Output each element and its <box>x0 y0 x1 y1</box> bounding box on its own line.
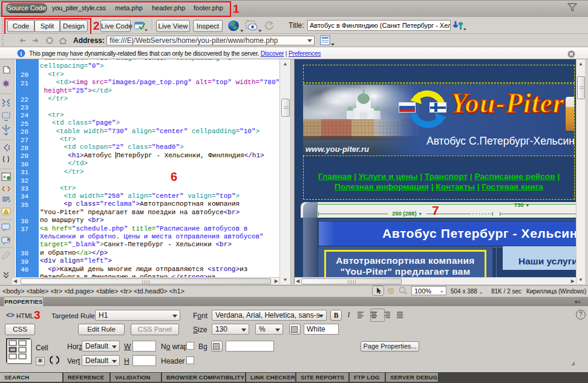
svg-text:i: i <box>21 50 22 57</box>
svg-text:#: # <box>3 174 6 180</box>
